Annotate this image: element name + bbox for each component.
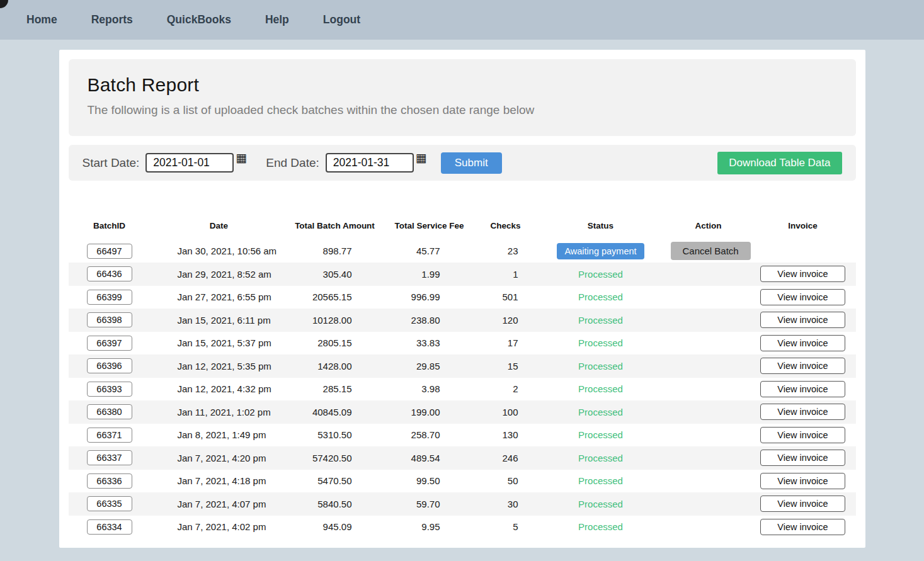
- invoice-cell: View invoice: [750, 309, 856, 332]
- batch-id-button[interactable]: 66380: [87, 404, 132, 419]
- invoice-cell: View invoice: [750, 263, 856, 286]
- batch-id-button[interactable]: 66399: [87, 290, 132, 305]
- view-invoice-button[interactable]: View invoice: [760, 358, 845, 374]
- start-date-label: Start Date:: [83, 156, 140, 170]
- batch-id-cell: 66398: [69, 309, 151, 332]
- total-service-fee-cell: 258.70: [382, 424, 477, 447]
- date-cell: Jan 15, 2021, 6:11 pm: [151, 309, 288, 332]
- batch-id-cell: 66436: [69, 263, 151, 286]
- date-cell: Jan 7, 2021, 4:07 pm: [151, 492, 288, 516]
- batch-id-button[interactable]: 66396: [87, 358, 132, 373]
- cancel-batch-button[interactable]: Cancel Batch: [671, 242, 751, 260]
- batch-id-button[interactable]: 66436: [87, 266, 132, 281]
- table-row: 66334Jan 7, 2021, 4:02 pm945.099.955Proc…: [69, 516, 856, 539]
- column-header-date: Date: [151, 213, 288, 239]
- status-cell: Awaiting payment: [535, 239, 667, 263]
- end-date-input[interactable]: [326, 153, 414, 173]
- view-invoice-button[interactable]: View invoice: [760, 473, 845, 489]
- checks-cell: 23: [477, 239, 535, 263]
- invoice-cell: View invoice: [750, 492, 856, 516]
- invoice-cell: View invoice: [750, 400, 856, 424]
- date-cell: Jan 7, 2021, 4:20 pm: [151, 446, 288, 470]
- status-processed-text: Processed: [578, 383, 623, 394]
- batch-id-button[interactable]: 66398: [87, 312, 132, 327]
- status-cell: Processed: [535, 516, 667, 539]
- filter-bar: Start Date: ▦ End Date: ▦ Submit Downloa…: [69, 145, 856, 181]
- view-invoice-button[interactable]: View invoice: [760, 312, 845, 328]
- batch-id-button[interactable]: 66397: [87, 336, 132, 351]
- batch-id-button[interactable]: 66393: [87, 382, 132, 397]
- checks-cell: 2: [477, 378, 535, 401]
- start-date-group: ▦: [145, 153, 247, 173]
- invoice-cell: View invoice: [750, 446, 856, 470]
- column-header-checks: Checks: [477, 213, 535, 239]
- view-invoice-button[interactable]: View invoice: [760, 496, 845, 512]
- view-invoice-button[interactable]: View invoice: [760, 404, 845, 420]
- total-service-fee-cell: 489.54: [382, 446, 477, 470]
- view-invoice-button[interactable]: View invoice: [760, 427, 845, 443]
- total-batch-amount-cell: 305.40: [288, 263, 382, 286]
- total-batch-amount-cell: 57420.50: [288, 446, 382, 470]
- batch-id-cell: 66336: [69, 470, 151, 493]
- action-cell: [667, 309, 750, 332]
- batch-id-button[interactable]: 66371: [87, 428, 132, 443]
- table-row: 66371Jan 8, 2021, 1:49 pm5310.50258.7013…: [69, 424, 856, 447]
- table-row: 66335Jan 7, 2021, 4:07 pm5840.5059.7030P…: [69, 492, 856, 516]
- view-invoice-button[interactable]: View invoice: [760, 450, 845, 466]
- page-subtitle: The following is a list of uploaded chec…: [88, 103, 837, 117]
- batch-table: BatchID Date Total Batch Amount Total Se…: [69, 213, 856, 538]
- action-cell: [667, 286, 750, 309]
- view-invoice-button[interactable]: View invoice: [760, 381, 845, 397]
- batch-table-header: BatchID Date Total Batch Amount Total Se…: [69, 213, 856, 239]
- batch-id-button[interactable]: 66337: [87, 450, 132, 465]
- batch-id-button[interactable]: 66497: [87, 244, 132, 259]
- batch-id-button[interactable]: 66334: [87, 519, 132, 535]
- table-row: 66397Jan 15, 2021, 5:37 pm2805.1533.8317…: [69, 332, 856, 355]
- checks-cell: 130: [477, 424, 535, 447]
- invoice-cell: View invoice: [750, 332, 856, 355]
- status-cell: Processed: [535, 309, 667, 332]
- date-cell: Jan 15, 2021, 5:37 pm: [151, 332, 288, 355]
- status-processed-text: Processed: [578, 475, 623, 486]
- table-row: 66436Jan 29, 2021, 8:52 am305.401.991Pro…: [69, 263, 856, 286]
- nav-item-reports[interactable]: Reports: [91, 13, 133, 26]
- invoice-cell: View invoice: [750, 378, 856, 401]
- view-invoice-button[interactable]: View invoice: [760, 266, 845, 282]
- nav-item-quickbooks[interactable]: QuickBooks: [167, 13, 231, 26]
- checks-cell: 120: [477, 309, 535, 332]
- nav-item-logout[interactable]: Logout: [323, 13, 360, 26]
- date-cell: Jan 27, 2021, 6:55 pm: [151, 286, 288, 309]
- download-table-data-button[interactable]: Download Table Data: [717, 152, 841, 174]
- calendar-icon[interactable]: ▦: [416, 152, 427, 164]
- column-header-invoice: Invoice: [750, 213, 856, 239]
- action-cell: [667, 378, 750, 401]
- calendar-icon[interactable]: ▦: [236, 152, 247, 164]
- date-cell: Jan 12, 2021, 5:35 pm: [151, 354, 288, 378]
- submit-button[interactable]: Submit: [441, 152, 502, 174]
- batch-id-cell: 66396: [69, 354, 151, 378]
- view-invoice-button[interactable]: View invoice: [760, 289, 845, 305]
- view-invoice-button[interactable]: View invoice: [760, 335, 845, 351]
- checks-cell: 30: [477, 492, 535, 516]
- date-cell: Jan 7, 2021, 4:18 pm: [151, 470, 288, 493]
- invoice-cell: View invoice: [750, 286, 856, 309]
- total-service-fee-cell: 238.80: [382, 309, 477, 332]
- checks-cell: 1: [477, 263, 535, 286]
- batch-id-cell: 66335: [69, 492, 151, 516]
- total-batch-amount-cell: 5840.50: [288, 492, 382, 516]
- date-cell: Jan 30, 2021, 10:56 am: [151, 239, 288, 263]
- action-cell: Cancel Batch: [667, 239, 750, 263]
- content-container: Batch Report The following is a list of …: [59, 50, 865, 548]
- total-service-fee-cell: 3.98: [382, 378, 477, 401]
- nav-item-home[interactable]: Home: [26, 13, 57, 26]
- checks-cell: 501: [477, 286, 535, 309]
- total-batch-amount-cell: 20565.15: [288, 286, 382, 309]
- view-invoice-button[interactable]: View invoice: [760, 519, 845, 535]
- date-cell: Jan 12, 2021, 4:32 pm: [151, 378, 288, 401]
- status-processed-text: Processed: [578, 337, 623, 348]
- batch-id-button[interactable]: 66335: [87, 496, 132, 511]
- status-cell: Processed: [535, 400, 667, 424]
- batch-id-button[interactable]: 66336: [87, 473, 132, 489]
- nav-item-help[interactable]: Help: [265, 13, 289, 26]
- start-date-input[interactable]: [145, 153, 234, 173]
